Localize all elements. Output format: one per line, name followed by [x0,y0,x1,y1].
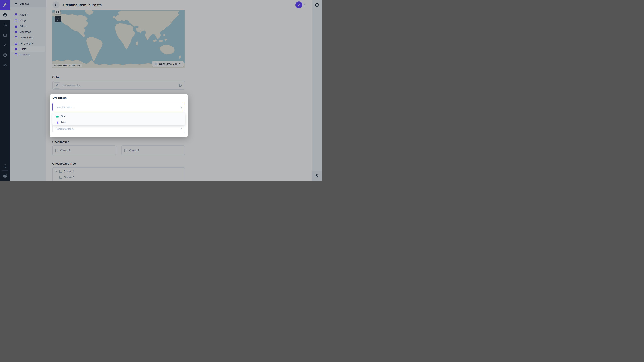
dropdown-field-label: Dropdown [52,96,66,99]
dropdown-option-two[interactable]: Two [52,119,185,125]
dropdown-option-label: Two [61,120,66,123]
icon-search-input[interactable] [56,127,180,130]
dropdown-option-one[interactable]: One [52,113,185,119]
modal-dim-overlay[interactable] [0,0,322,181]
icon-field[interactable] [52,124,185,133]
dropdown-select-input[interactable] [56,106,180,109]
dropdown-select[interactable] [52,103,185,111]
chevron-up-icon [180,106,182,108]
downhill-skiing-icon [56,120,59,124]
hot-tub-icon [56,114,59,118]
dropdown-option-label: One [61,115,66,118]
chevron-down-icon [180,128,182,130]
dropdown-menu: One Two [52,113,185,125]
dropdown-focus-card: Dropdown One Two [50,94,188,137]
app-screen: Directus Author Blogs Cities Countries I… [0,0,322,181]
